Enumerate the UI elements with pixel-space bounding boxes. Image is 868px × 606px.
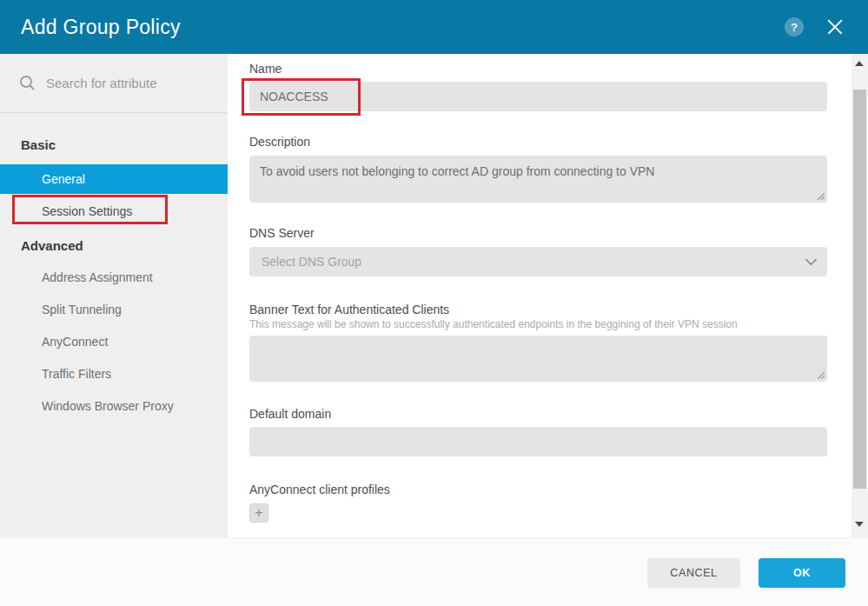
description-label: Description bbox=[249, 135, 851, 149]
search-icon bbox=[19, 75, 36, 91]
header-actions: ? bbox=[785, 17, 868, 37]
section-header-advanced: Advanced bbox=[0, 229, 228, 262]
dialog-title: Add Group Policy bbox=[0, 16, 181, 39]
default-domain-input[interactable] bbox=[249, 427, 827, 456]
sidebar-item-general[interactable]: General bbox=[0, 164, 228, 194]
form-panel: Name Description To avoid users not belo… bbox=[228, 54, 851, 537]
sidebar-item-session-settings[interactable]: Session Settings bbox=[0, 196, 228, 226]
anyconnect-profiles-label: AnyConnect client profiles bbox=[249, 483, 851, 496]
sidebar: Basic General Session Settings Advanced … bbox=[0, 54, 228, 537]
dns-group-select[interactable]: Select DNS Group bbox=[249, 247, 827, 276]
section-header-basic: Basic bbox=[0, 113, 228, 164]
dialog-footer: CANCEL OK bbox=[0, 537, 868, 606]
description-field-wrap: To avoid users not belonging to correct … bbox=[249, 156, 827, 203]
description-textarea[interactable]: To avoid users not belonging to correct … bbox=[249, 156, 827, 203]
search-input[interactable] bbox=[46, 76, 211, 90]
banner-helper-text: This message will be shown to successful… bbox=[249, 318, 851, 331]
ok-button[interactable]: OK bbox=[759, 558, 845, 588]
banner-field-wrap bbox=[249, 336, 827, 382]
name-input[interactable] bbox=[249, 82, 827, 111]
banner-label: Banner Text for Authenticated Clients bbox=[249, 303, 851, 316]
search-row bbox=[0, 54, 228, 113]
sidebar-item-traffic-filters[interactable]: Traffic Filters bbox=[0, 358, 228, 390]
sidebar-item-anyconnect[interactable]: AnyConnect bbox=[0, 326, 228, 358]
scrollbar-thumb[interactable] bbox=[853, 90, 866, 489]
vertical-scrollbar[interactable] bbox=[851, 54, 868, 537]
dialog-header: Add Group Policy ? bbox=[0, 0, 868, 54]
dns-server-label: DNS Server bbox=[249, 226, 851, 240]
cancel-button[interactable]: CANCEL bbox=[647, 558, 740, 588]
sidebar-item-address-assignment[interactable]: Address Assignment bbox=[0, 262, 228, 294]
scroll-down-arrow-icon[interactable] bbox=[855, 522, 864, 527]
add-group-policy-dialog: Add Group Policy ? Basic General Session… bbox=[0, 0, 868, 606]
banner-textarea[interactable] bbox=[249, 336, 827, 382]
scroll-up-arrow-icon[interactable] bbox=[855, 61, 864, 66]
dns-select-placeholder: Select DNS Group bbox=[262, 255, 361, 269]
close-icon[interactable] bbox=[825, 17, 845, 37]
help-icon[interactable]: ? bbox=[785, 17, 804, 37]
sidebar-item-windows-browser-proxy[interactable]: Windows Browser Proxy bbox=[0, 390, 228, 423]
add-profile-button[interactable]: + bbox=[249, 503, 268, 523]
default-domain-label: Default domain bbox=[249, 407, 851, 421]
chevron-down-icon bbox=[805, 254, 817, 265]
sidebar-item-split-tunneling[interactable]: Split Tunneling bbox=[0, 294, 228, 326]
name-label: Name bbox=[249, 62, 851, 76]
